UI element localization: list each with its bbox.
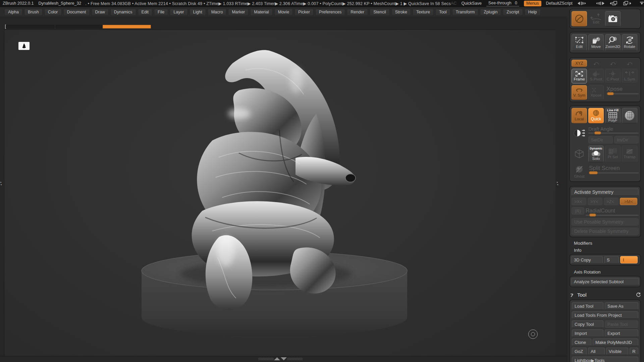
- export-button[interactable]: Export: [605, 329, 638, 337]
- menu-macro[interactable]: Macro: [208, 9, 227, 16]
- save-as-button[interactable]: Save As: [605, 302, 638, 310]
- menu-brush[interactable]: Brush: [24, 9, 43, 16]
- mirror-y-button[interactable]: >Y<: [588, 198, 602, 205]
- zoom3d-button[interactable]: Zoom3D: [605, 34, 621, 51]
- frame-button[interactable]: Frame: [572, 69, 587, 83]
- edit-mode-button[interactable]: Edit: [572, 34, 587, 51]
- set-pivot-button[interactable]: S.Pivot: [588, 69, 604, 83]
- lightbox-tools-button[interactable]: Lightbox▶Tools: [572, 357, 638, 362]
- document-thumbnail-icon[interactable]: [18, 42, 30, 50]
- delete-posable-symmetry-button[interactable]: Delete Posable Symmetry: [572, 228, 639, 235]
- goz-visible-button[interactable]: Visible: [606, 348, 628, 355]
- slider-handle[interactable]: [607, 92, 614, 95]
- load-tool-button[interactable]: Load Tool: [572, 302, 603, 310]
- grab-document-button[interactable]: [605, 11, 621, 26]
- edit-object-button[interactable]: Edit: [588, 11, 604, 26]
- load-tools-from-project-button[interactable]: Load Tools From Project: [572, 311, 638, 319]
- view-symmetry-button[interactable]: V. Sym: [572, 85, 587, 100]
- make-polymesh3d-button[interactable]: Make PolyMesh3D: [593, 339, 638, 346]
- menu-stencil[interactable]: Stencil: [370, 9, 390, 16]
- menu-stroke[interactable]: Stroke: [391, 9, 411, 16]
- inv-dir-button[interactable]: InvDir: [614, 136, 639, 143]
- projection-master-button[interactable]: [572, 11, 587, 26]
- draft-angle-slider[interactable]: Draft Angle: [588, 125, 639, 133]
- tool-palette-header[interactable]: Tool: [570, 292, 641, 298]
- scrub-forward-icon[interactable]: [593, 1, 605, 5]
- transparent-button[interactable]: Transp: [622, 145, 637, 162]
- set-dir-button[interactable]: SetDir: [588, 136, 613, 143]
- menu-help[interactable]: Help: [525, 9, 541, 16]
- menu-document[interactable]: Document: [63, 9, 90, 16]
- activate-symmetry-button[interactable]: Activate Symmetry: [572, 188, 639, 196]
- split-screen-slider[interactable]: Split Screen: [589, 164, 639, 173]
- s-button[interactable]: S: [604, 256, 619, 263]
- menu-alpha[interactable]: Alpha: [4, 9, 22, 16]
- next-window-icon[interactable]: [623, 1, 632, 6]
- backface-mask-button[interactable]: [572, 125, 587, 141]
- 3d-copy-button[interactable]: 3D Copy: [571, 256, 603, 263]
- menu-file[interactable]: File: [154, 9, 168, 16]
- bottom-tray-handle[interactable]: [258, 357, 303, 360]
- radial-count-slider[interactable]: RadialCount: [586, 207, 639, 216]
- mirror-m-button[interactable]: >M<: [620, 198, 637, 205]
- solo-button[interactable]: Dynamic Solo: [588, 145, 604, 162]
- clone-button[interactable]: Clone: [572, 339, 591, 346]
- menu-picker[interactable]: Picker: [294, 9, 314, 16]
- use-posable-symmetry-button[interactable]: Use Posable Symmetry: [572, 218, 639, 226]
- menu-marker[interactable]: Marker: [228, 9, 249, 16]
- rotate-xyz-button[interactable]: XYZ: [572, 60, 587, 67]
- restore-config-icon[interactable]: [636, 292, 641, 297]
- slider-handle[interactable]: [589, 171, 598, 174]
- rotate-y-icon[interactable]: ⤺: [605, 60, 621, 67]
- menu-movie[interactable]: Movie: [274, 9, 293, 16]
- menu-dynamics[interactable]: Dynamics: [110, 9, 136, 16]
- right-tray-handle[interactable]: ▸◂: [557, 181, 558, 186]
- local-symmetry-button[interactable]: L.Sym: [622, 69, 637, 83]
- radial-r-button[interactable]: (R): [572, 207, 584, 215]
- copy-tool-button[interactable]: Copy Tool: [572, 320, 603, 328]
- document-bar-segment[interactable]: [56, 25, 102, 28]
- menu-layer[interactable]: Layer: [170, 9, 187, 16]
- perspective-cube-button[interactable]: [572, 146, 587, 162]
- i-toggle-button[interactable]: I: [620, 256, 638, 263]
- rotate-button[interactable]: Rotate: [622, 34, 637, 51]
- menu-transform[interactable]: Transform: [452, 9, 479, 16]
- document-bar-segment[interactable]: [6, 25, 54, 28]
- see-through-slider[interactable]: See-through 0: [486, 1, 519, 6]
- left-tray-handle[interactable]: ▸◂: [0, 181, 2, 186]
- import-button[interactable]: Import: [572, 329, 603, 337]
- goz-all-button[interactable]: All: [588, 348, 605, 355]
- draw-polyframe-button[interactable]: Line Fill PolyF: [605, 108, 621, 123]
- menu-edit[interactable]: Edit: [138, 9, 153, 16]
- minimize-button[interactable]: [640, 2, 644, 5]
- menu-texture[interactable]: Texture: [413, 9, 434, 16]
- menus-toggle-button[interactable]: Menus: [524, 1, 541, 6]
- paste-tool-button[interactable]: Paste Tool: [605, 320, 638, 328]
- sculpt-viewport[interactable]: [4, 29, 555, 356]
- xpose-button[interactable]: Xpose: [588, 85, 604, 100]
- menu-preferences[interactable]: Preferences: [315, 9, 345, 16]
- menu-zplugin[interactable]: Zplugin: [480, 9, 501, 16]
- menu-tool[interactable]: Tool: [435, 9, 450, 16]
- scrub-back-icon[interactable]: [577, 1, 589, 5]
- goz-r-button[interactable]: R: [630, 348, 638, 355]
- move-button[interactable]: Move: [588, 34, 604, 51]
- local-transform-button[interactable]: Local: [572, 108, 587, 123]
- quicksave-button[interactable]: QuickSave: [461, 1, 481, 6]
- xpose-slider[interactable]: Xpose: [606, 85, 639, 94]
- menu-material[interactable]: Material: [250, 9, 272, 16]
- rotate-z-icon[interactable]: ⤺: [622, 60, 637, 67]
- quick-3d-edit-button[interactable]: Quick: [588, 108, 604, 123]
- analyze-selected-subtool-button[interactable]: Analyze Selected Subtool: [571, 278, 639, 285]
- default-zscript-button[interactable]: DefaultZScript: [546, 1, 573, 6]
- goz-button[interactable]: GoZ: [572, 348, 587, 355]
- pivot-target-icon[interactable]: [528, 329, 538, 339]
- menu-render[interactable]: Render: [347, 9, 368, 16]
- prev-window-icon[interactable]: [609, 1, 618, 6]
- slider-handle[interactable]: [589, 214, 596, 217]
- mirror-z-button[interactable]: >Z<: [604, 198, 619, 205]
- slider-handle[interactable]: [594, 131, 601, 134]
- menu-color[interactable]: Color: [44, 9, 62, 16]
- ghost-button[interactable]: Ghost: [572, 164, 587, 180]
- menu-draw[interactable]: Draw: [92, 9, 109, 16]
